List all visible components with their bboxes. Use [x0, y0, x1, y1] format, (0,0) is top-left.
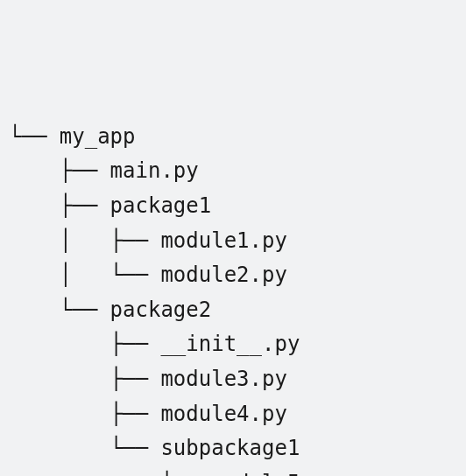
tree-line: ├── __init__.py — [9, 327, 457, 362]
tree-line: ├── module3.py — [9, 362, 457, 397]
tree-line: ├── package1 — [9, 189, 457, 224]
tree-line: └── package2 — [9, 293, 457, 328]
tree-line: └── subpackage1 — [9, 431, 457, 466]
tree-line: │ └── module2.py — [9, 258, 457, 293]
file-tree: └── my_app ├── main.py ├── package1 │ ├─… — [9, 120, 457, 476]
tree-line: │ ├── module1.py — [9, 224, 457, 259]
tree-line: ├── module4.py — [9, 397, 457, 432]
tree-line: └── module5.py — [9, 466, 457, 476]
tree-line: ├── main.py — [9, 154, 457, 189]
tree-line: └── my_app — [9, 120, 457, 155]
